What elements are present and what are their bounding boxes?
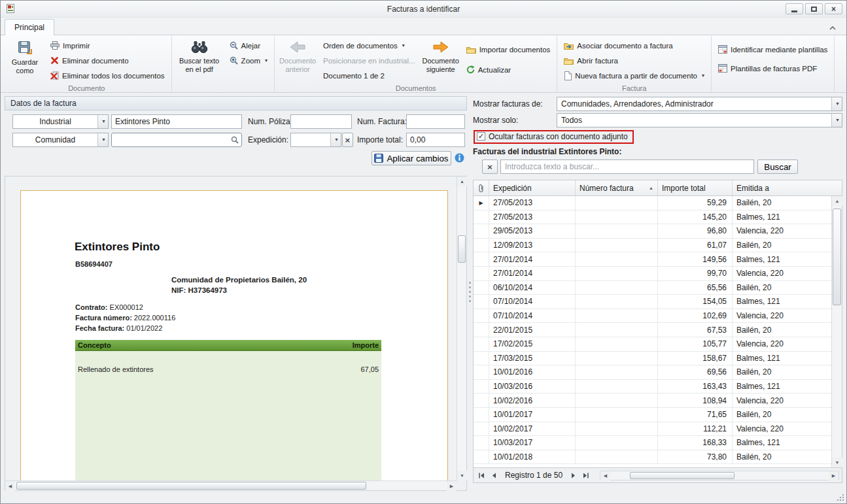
chevron-down-icon[interactable]: ▾	[831, 114, 842, 127]
last-record-button[interactable]	[581, 470, 591, 480]
importe-total-input[interactable]	[406, 133, 465, 147]
scroll-down-icon[interactable]: ▼	[457, 471, 467, 480]
column-header-importe-total[interactable]: Importe total	[658, 180, 733, 195]
table-row[interactable]: 10/03/2016163,43Balmes, 121	[474, 380, 831, 394]
scroll-down-icon[interactable]: ▼	[832, 458, 842, 467]
industrial-input[interactable]	[111, 114, 242, 129]
comunidad-combo[interactable]: Comunidad ▾	[12, 133, 109, 147]
alejar-button[interactable]: Alejar	[226, 39, 271, 52]
chevron-down-icon[interactable]: ▾	[97, 133, 108, 146]
table-row[interactable]: 27/01/201499,70Valencia, 220	[474, 267, 831, 281]
table-row[interactable]: 27/05/2013145,20Balmes, 121	[474, 210, 831, 225]
table-row[interactable]: 12/09/201361,07Bailén, 20	[474, 239, 831, 253]
resize-grip[interactable]	[837, 494, 844, 501]
num-factura-input[interactable]	[406, 114, 465, 129]
column-header-expedicion[interactable]: Expedición	[489, 180, 576, 195]
row-indicator-cell	[474, 365, 489, 379]
buscar-button[interactable]: Buscar	[757, 160, 798, 174]
first-record-button[interactable]	[476, 470, 487, 480]
cell	[576, 309, 658, 323]
grid-horizontal-scrollbar[interactable]: ◀ ▶	[600, 471, 839, 480]
table-row[interactable]: 07/10/2014154,05Balmes, 121	[474, 295, 831, 309]
chevron-down-icon[interactable]: ▾	[330, 133, 341, 146]
identificar-plantillas-button[interactable]: Identificar mediante plantillas	[715, 42, 831, 56]
table-row[interactable]: 06/10/201465,56Bailén, 20	[474, 281, 831, 295]
buscar-texto-pdf-button[interactable]: Buscar texto en el pdf	[174, 36, 225, 82]
expedicion-combo[interactable]: ▾	[290, 133, 341, 147]
ribbon-collapse-icon[interactable]	[829, 26, 836, 30]
next-record-button[interactable]	[568, 470, 579, 480]
table-row[interactable]: 17/03/2015158,67Balmes, 121	[474, 352, 831, 366]
table-row[interactable]: 10/02/2017112,21Valencia, 220	[474, 422, 831, 437]
invoice-search-input[interactable]	[500, 160, 754, 174]
scroll-up-icon[interactable]: ▲	[832, 196, 842, 206]
plantillas-pdf-button[interactable]: Plantillas de facturas PDF	[715, 61, 831, 75]
table-row[interactable]: ▶27/05/201359,29Bailén, 20	[474, 196, 831, 210]
table-row[interactable]: 10/01/201873,80Bailén, 20	[474, 450, 831, 465]
scroll-right-icon[interactable]: ▶	[447, 481, 457, 491]
window-controls: ×	[786, 3, 846, 14]
cell: 96,80	[658, 224, 733, 238]
info-icon[interactable]	[455, 153, 464, 163]
maximize-button[interactable]	[805, 3, 823, 14]
grid-vertical-scrollbar[interactable]: ▲ ▼	[831, 196, 842, 467]
documento-anterior-button[interactable]: Documento anterior	[277, 36, 319, 84]
acercar-button[interactable]: Zoom▾	[226, 54, 271, 67]
column-header-emitida-a[interactable]: Emitida a	[733, 180, 842, 195]
chevron-down-icon: ▾	[265, 58, 268, 63]
search-icon[interactable]	[228, 133, 241, 146]
column-header-numero-factura[interactable]: Número factura▲	[576, 180, 658, 195]
scroll-left-icon[interactable]: ◀	[600, 471, 610, 481]
table-row[interactable]: 10/03/2017168,33Balmes, 121	[474, 436, 831, 450]
table-row[interactable]: 22/01/201567,53Bailén, 20	[474, 323, 831, 337]
industrial-combo[interactable]: Industrial ▾	[12, 114, 109, 129]
table-row[interactable]: 27/01/2014149,56Balmes, 121	[474, 252, 831, 267]
close-button[interactable]: ×	[825, 3, 842, 14]
scrollbar-thumb[interactable]	[458, 235, 466, 263]
chevron-down-icon[interactable]: ▾	[831, 97, 842, 110]
pdf-vertical-scrollbar[interactable]: ▲ ▼	[457, 176, 466, 480]
previous-record-button[interactable]	[489, 470, 499, 480]
table-row[interactable]: 10/01/201771,65Bailén, 20	[474, 408, 831, 422]
panel-splitter[interactable]	[467, 93, 473, 491]
tab-principal[interactable]: Principal	[5, 19, 54, 35]
guardar-como-button[interactable]: Guardar como	[4, 36, 46, 84]
scrollbar-thumb[interactable]	[833, 209, 841, 305]
abrir-factura-button[interactable]: Abrir factura	[561, 54, 708, 67]
cell	[576, 210, 658, 224]
aplicar-cambios-button[interactable]: Aplicar cambios	[372, 151, 451, 165]
table-row[interactable]: 07/10/2014102,69Valencia, 220	[474, 309, 831, 324]
table-row[interactable]: 10/02/2016108,94Valencia, 220	[474, 394, 831, 408]
mostrar-facturas-de-dropdown[interactable]: Comunidades, Arrendadores, Administrador…	[557, 97, 842, 111]
scroll-right-icon[interactable]: ▶	[829, 471, 838, 481]
eliminar-todos-button[interactable]: Eliminar todos los documentos	[47, 69, 168, 82]
comunidad-search-input[interactable]	[112, 135, 228, 144]
expedicion-clear-button[interactable]: ×	[342, 133, 353, 147]
pdf-horizontal-scrollbar[interactable]: ◀ ▶	[5, 480, 457, 490]
search-clear-button[interactable]: ×	[482, 160, 498, 174]
imprimir-button[interactable]: Imprimir	[47, 39, 168, 52]
documento-siguiente-button[interactable]: Documento siguiente	[420, 36, 462, 84]
table-row[interactable]: 10/01/201669,56Bailén, 20	[474, 365, 831, 380]
minimize-button[interactable]	[786, 3, 803, 14]
num-poliza-input[interactable]	[290, 114, 352, 129]
importar-documentos-button[interactable]: Importar documentos	[463, 43, 554, 57]
actualizar-button[interactable]: Actualizar	[463, 63, 554, 76]
orden-documentos-button[interactable]: Orden de documentos▾	[320, 39, 419, 52]
scroll-up-icon[interactable]: ▲	[457, 176, 467, 186]
attachment-column-header[interactable]	[474, 180, 489, 195]
ocultar-checkbox[interactable]: ✓	[477, 132, 485, 141]
asociar-documento-button[interactable]: Asociar documento a factura	[561, 39, 708, 52]
table-row[interactable]: 29/05/201396,80Valencia, 220	[474, 224, 831, 239]
scrollbar-thumb[interactable]	[630, 472, 735, 479]
new-document-icon	[564, 71, 572, 80]
table-row[interactable]: 17/02/2015105,77Valencia, 220	[474, 337, 831, 352]
nueva-factura-button[interactable]: Nueva factura a partir de documento▾	[561, 69, 708, 82]
scrollbar-thumb[interactable]	[16, 482, 366, 490]
chevron-down-icon[interactable]: ▾	[97, 115, 108, 128]
eliminar-documento-button[interactable]: Eliminar documento	[47, 54, 168, 67]
mostrar-solo-dropdown[interactable]: Todos ▾	[557, 113, 842, 127]
cell: Bailén, 20	[733, 450, 831, 464]
posicionarse-industrial-button[interactable]: Posicionarse en industrial...	[320, 54, 419, 67]
scroll-left-icon[interactable]: ◀	[5, 481, 15, 491]
